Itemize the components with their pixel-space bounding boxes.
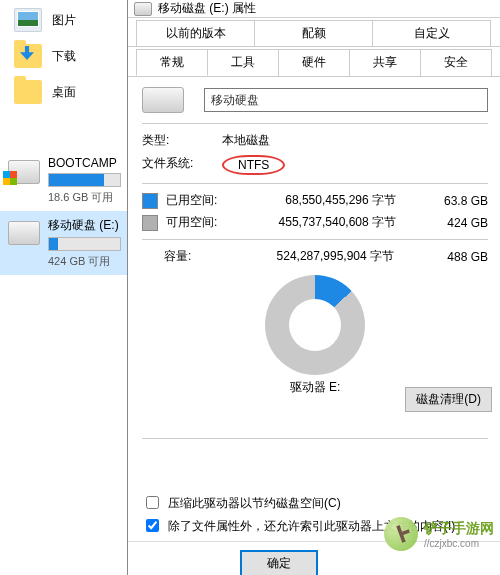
- tab-hardware[interactable]: 硬件: [278, 49, 350, 76]
- drive-space-text: 18.6 GB 可用: [48, 190, 121, 205]
- desktop-folder-icon: [14, 80, 42, 104]
- watermark-name: 铲子手游网: [424, 520, 494, 538]
- filesystem-value: NTFS: [222, 155, 285, 175]
- watermark: 铲子手游网 //czjxbc.com: [384, 517, 494, 551]
- pictures-folder-icon: [14, 8, 42, 32]
- capacity-bytes: 524,287,995,904 字节: [244, 248, 394, 265]
- drive-name: 移动硬盘 (E:): [48, 217, 121, 234]
- free-label: 可用空间:: [166, 214, 246, 231]
- volume-name-input[interactable]: [204, 88, 488, 112]
- disk-icon: [134, 2, 152, 16]
- compress-checkbox[interactable]: [146, 496, 159, 509]
- compress-checkbox-row[interactable]: 压缩此驱动器以节约磁盘空间(C): [142, 495, 488, 512]
- free-bytes: 455,737,540,608 字节: [246, 214, 396, 231]
- drive-large-icon: [142, 87, 184, 113]
- dialog-title: 移动磁盘 (E:) 属性: [158, 0, 256, 17]
- sidebar-item-label: 下载: [52, 48, 76, 65]
- drive-icon: [8, 160, 40, 184]
- tab-tools[interactable]: 工具: [207, 49, 279, 76]
- free-color-swatch: [142, 215, 158, 231]
- used-color-swatch: [142, 193, 158, 209]
- tab-general[interactable]: 常规: [136, 49, 208, 76]
- drive-usage-bar: [48, 173, 121, 187]
- divider: [142, 239, 488, 240]
- free-gb: 424 GB: [396, 216, 488, 230]
- watermark-url: //czjxbc.com: [424, 538, 494, 549]
- space-usage: 已用空间: 68,550,455,296 字节 63.8 GB 可用空间: 45…: [142, 192, 488, 265]
- filesystem-label: 文件系统:: [142, 155, 222, 175]
- index-checkbox[interactable]: [146, 519, 159, 532]
- compress-label: 压缩此驱动器以节约磁盘空间(C): [168, 495, 341, 512]
- sidebar-item-label: 桌面: [52, 84, 76, 101]
- watermark-logo-icon: [384, 517, 418, 551]
- divider: [142, 123, 488, 124]
- properties-dialog: 移动磁盘 (E:) 属性 以前的版本 配额 自定义 常规 工具 硬件 共享 安全…: [127, 0, 500, 575]
- drive-icon: [8, 221, 40, 245]
- downloads-folder-icon: [14, 44, 42, 68]
- usage-donut-chart: [265, 275, 365, 375]
- used-bytes: 68,550,455,296 字节: [246, 192, 396, 209]
- explorer-sidebar: 图片 下载 桌面 BOOTCAMP 18.6 GB 可用 移动硬盘 (E: [0, 0, 127, 575]
- sidebar-item-pictures[interactable]: 图片: [0, 2, 127, 38]
- dialog-titlebar[interactable]: 移动磁盘 (E:) 属性: [128, 0, 500, 18]
- divider: [142, 183, 488, 184]
- tab-row-lower: 常规 工具 硬件 共享 安全: [128, 49, 500, 77]
- sidebar-item-label: 图片: [52, 12, 76, 29]
- capacity-label: 容量:: [164, 248, 244, 265]
- drive-space-text: 424 GB 可用: [48, 254, 121, 269]
- sidebar-item-downloads[interactable]: 下载: [0, 38, 127, 74]
- used-gb: 63.8 GB: [396, 194, 488, 208]
- type-value: 本地磁盘: [222, 132, 270, 149]
- tab-row-upper: 以前的版本 配额 自定义: [128, 20, 500, 47]
- drive-name: BOOTCAMP: [48, 156, 121, 170]
- disk-cleanup-button[interactable]: 磁盘清理(D): [405, 387, 492, 412]
- type-label: 类型:: [142, 132, 222, 149]
- capacity-gb: 488 GB: [394, 250, 488, 264]
- tab-quota[interactable]: 配额: [254, 20, 373, 46]
- drive-usage-bar: [48, 237, 121, 251]
- sidebar-item-desktop[interactable]: 桌面: [0, 74, 127, 110]
- general-tab-content: 类型:本地磁盘 文件系统:NTFS 已用空间: 68,550,455,296 字…: [128, 77, 500, 541]
- tab-previous-versions[interactable]: 以前的版本: [136, 20, 255, 46]
- drive-letter-label: 驱动器 E:: [265, 379, 365, 396]
- tab-security[interactable]: 安全: [420, 49, 492, 76]
- divider: [142, 438, 488, 439]
- tab-customize[interactable]: 自定义: [372, 20, 491, 46]
- used-label: 已用空间:: [166, 192, 246, 209]
- tab-sharing[interactable]: 共享: [349, 49, 421, 76]
- ok-button[interactable]: 确定: [240, 550, 318, 575]
- drive-item-removable[interactable]: 移动硬盘 (E:) 424 GB 可用: [0, 211, 127, 275]
- drive-list: BOOTCAMP 18.6 GB 可用 移动硬盘 (E:) 424 GB 可用: [0, 150, 127, 275]
- drive-item-bootcamp[interactable]: BOOTCAMP 18.6 GB 可用: [0, 150, 127, 211]
